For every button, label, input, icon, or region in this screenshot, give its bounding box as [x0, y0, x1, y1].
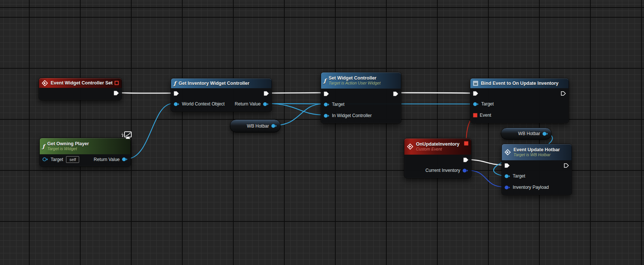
on-update-inventory[interactable]: OnUpdateInventoryCustom EventCurrent Inv… [404, 138, 471, 178]
node-row: World Context ObjectReturn Value [171, 98, 272, 110]
node-row [404, 155, 471, 165]
node-title: Bind Event to On Update Inventory [481, 81, 558, 86]
get-inventory-widget-controller-pin-exec[interactable] [264, 91, 269, 96]
node-row: Target [502, 170, 572, 182]
node-row: Current Inventory [404, 165, 471, 176]
wb-hotbar-getter-1-pin-out[interactable] [271, 123, 277, 128]
node-subtitle: Target is Action User Widget [329, 81, 380, 86]
blueprint-canvas[interactable]: Event Widget Controller SetƒGet Inventor… [0, 0, 644, 265]
node-row: Target [470, 98, 569, 110]
event-widget-controller-set-pin-exec[interactable] [114, 90, 119, 96]
pin-label: World Context Object [182, 101, 225, 107]
node-subtitle: Target is WB Hotbar [513, 152, 560, 157]
wb-hotbar-getter-2[interactable]: WB Hotbar [501, 128, 552, 140]
on-update-inventory-pin-current-inventory[interactable] [462, 168, 468, 173]
node-row [470, 88, 569, 98]
bind-event-to-on-update-inventory-pin-event[interactable] [473, 113, 477, 117]
node-row: Inventory Payload [502, 182, 572, 193]
function-icon: ƒ [42, 144, 45, 149]
node-row: In Widget Controller [321, 110, 401, 121]
node-title: OnUpdateInventory [416, 142, 459, 147]
wire-exec-eventset-to-getinv[interactable] [117, 93, 175, 93]
node-row: Target [321, 99, 401, 110]
get-inventory-widget-controller[interactable]: ƒGet Inventory Widget ControllerWorld Co… [171, 78, 272, 112]
event-update-hotbar-pin-target[interactable] [504, 174, 510, 179]
node-row [171, 88, 272, 98]
bind-event-to-on-update-inventory[interactable]: Bind Event to On Update InventoryTargetE… [470, 78, 569, 123]
event-widget-controller-set-pin-delegate[interactable] [114, 81, 119, 85]
pin-label: Target [51, 157, 63, 162]
pin-label: Event [480, 113, 491, 118]
get-inventory-widget-controller-pin-exec[interactable] [174, 91, 179, 96]
pin-label: Target [332, 102, 344, 107]
event-update-hotbar-pin-exec[interactable] [564, 163, 569, 168]
on-update-inventory-pin-delegate[interactable] [464, 141, 468, 146]
set-widget-controller-pin-exec[interactable] [393, 91, 398, 96]
event-widget-controller-set-header[interactable]: Event Widget Controller Set [39, 78, 122, 88]
event-update-hotbar-header[interactable]: Event Update HotbarTarget is WB Hotbar [502, 144, 572, 160]
node-title: Event Widget Controller Set [51, 80, 113, 86]
get-inventory-widget-controller-pin-return-value[interactable] [263, 102, 269, 107]
mouse-cursor-add-node [121, 131, 133, 142]
pin-label: Return Value [235, 101, 261, 107]
event-widget-controller-set[interactable]: Event Widget Controller Set [39, 78, 122, 100]
get-owning-player-header[interactable]: ƒGet Owning PlayerTarget is Widget [40, 138, 131, 154]
node-row: Event [470, 110, 569, 121]
function-icon: ƒ [174, 81, 176, 86]
on-update-inventory-pin-exec[interactable] [463, 157, 468, 163]
node-subtitle: Custom Event [416, 147, 459, 152]
bind-event-to-on-update-inventory-pin-exec[interactable] [561, 91, 566, 96]
pin-label: In Widget Controller [332, 113, 372, 118]
bind-event-to-on-update-inventory-pin-exec[interactable] [473, 91, 478, 96]
node-row [39, 88, 122, 98]
event-update-hotbar-pin-exec[interactable] [504, 163, 510, 168]
event-update-hotbar-pin-inventory-payload[interactable] [504, 185, 510, 190]
node-title: Event Update Hotbar [513, 147, 560, 152]
variable-title: WB Hotbar [247, 123, 269, 129]
wire-exec-set-to-bind[interactable] [395, 93, 473, 93]
get-inventory-widget-controller-pin-world-context-object[interactable] [174, 102, 180, 107]
pin-label: Target [481, 101, 494, 107]
event-icon [504, 149, 511, 155]
node-row [321, 89, 401, 99]
on-update-inventory-header[interactable]: OnUpdateInventoryCustom Event [404, 139, 471, 155]
bind-event-to-on-update-inventory-header[interactable]: Bind Event to On Update Inventory [470, 78, 569, 88]
node-subtitle: Target is Widget [47, 146, 89, 151]
set-widget-controller[interactable]: ƒSet Widget ControllerTarget is Action U… [321, 72, 401, 123]
get-owning-player[interactable]: ƒGet Owning PlayerTarget is WidgetTarget… [39, 138, 131, 167]
get-owning-player-pin-return-value[interactable] [122, 157, 128, 162]
node-title: Get Inventory Widget Controller [179, 81, 249, 86]
get-owning-player-pin-target[interactable] [42, 157, 48, 162]
pin-label: Target [513, 173, 525, 179]
event-update-hotbar[interactable]: Event Update HotbarTarget is WB HotbarTa… [501, 144, 572, 195]
function-icon: ƒ [324, 78, 326, 83]
pin-label: Inventory Payload [513, 185, 549, 190]
pin-label: Return Value [94, 157, 120, 162]
event-icon [407, 143, 413, 150]
wire-struct-currentinventory-to-payload[interactable] [468, 170, 504, 187]
set-widget-controller-header[interactable]: ƒSet Widget ControllerTarget is Action U… [321, 72, 401, 89]
variable-title: WB Hotbar [518, 131, 540, 136]
set-widget-controller-pin-in-widget-controller[interactable] [324, 113, 330, 118]
wire-exec-getinv-to-set[interactable] [266, 93, 324, 93]
node-title: Set Widget Controller [329, 75, 380, 81]
event-icon [42, 80, 48, 86]
set-widget-controller-pin-target[interactable] [324, 102, 330, 107]
pin-label: Current Inventory [425, 168, 460, 173]
widget-window-icon [473, 81, 478, 86]
node-title: Get Owning Player [47, 141, 89, 146]
node-row: TargetselfReturn Value [40, 154, 131, 164]
bind-event-to-on-update-inventory-pin-target[interactable] [473, 102, 479, 107]
get-inventory-widget-controller-header[interactable]: ƒGet Inventory Widget Controller [171, 78, 272, 88]
wire-exec-onupdate-to-callevent[interactable] [466, 160, 506, 165]
wire-obj-owningplayer-to-worldcontext[interactable] [127, 104, 173, 159]
wb-hotbar-getter-1[interactable]: WB Hotbar [230, 119, 281, 132]
node-row [502, 160, 572, 170]
wb-hotbar-getter-2-pin-out[interactable] [542, 131, 548, 136]
set-widget-controller-pin-exec[interactable] [324, 91, 329, 96]
get-owning-player-value-input[interactable]: self [66, 156, 79, 163]
